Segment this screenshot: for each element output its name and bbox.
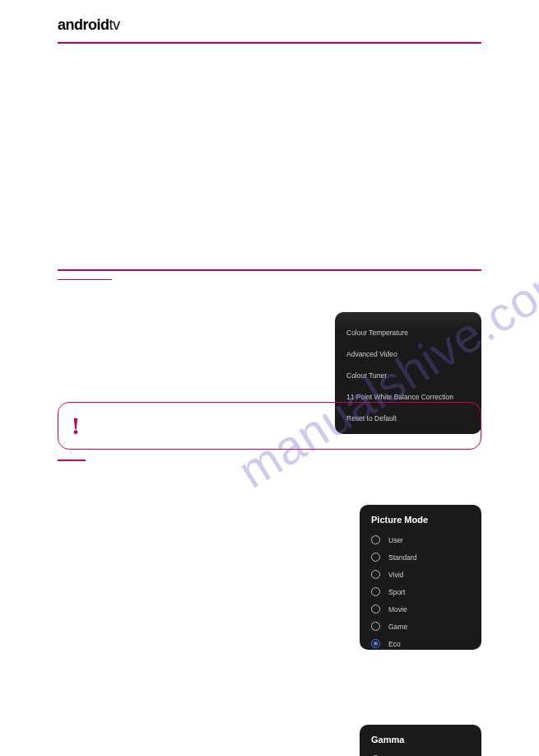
section-rule	[58, 269, 481, 271]
radio-option[interactable]: Eco	[371, 635, 470, 652]
radio-icon	[371, 535, 380, 544]
brand-bold: android	[58, 16, 109, 33]
warning-icon: !	[72, 412, 80, 440]
section-underline	[58, 279, 112, 281]
content-area: Colour Temperature Advanced Video Colour…	[0, 269, 539, 461]
callout-box: !	[58, 402, 481, 450]
radio-icon	[371, 570, 380, 579]
radio-icon	[371, 553, 380, 562]
radio-option[interactable]: Vivid	[371, 566, 470, 583]
brand-light: tv	[109, 16, 120, 33]
radio-label: Standard	[388, 553, 417, 562]
radio-option[interactable]: Sport	[371, 583, 470, 600]
gamma-panel: Gamma Dark Middle Bright	[360, 725, 481, 756]
radio-label: User	[388, 536, 403, 544]
page-header: androidtv	[0, 0, 539, 39]
radio-label: Vivid	[388, 571, 403, 579]
radio-label: Movie	[388, 605, 407, 614]
radio-option[interactable]: User	[371, 531, 470, 548]
radio-label: Game	[388, 623, 407, 631]
menu-item[interactable]: Colour Temperature	[346, 322, 470, 343]
radio-label: Eco	[388, 640, 401, 648]
radio-option[interactable]: Movie	[371, 600, 470, 618]
radio-option[interactable]: Game	[371, 618, 470, 635]
radio-icon	[371, 639, 380, 648]
brand-logo: androidtv	[58, 16, 481, 34]
radio-icon	[371, 622, 380, 631]
panel-title: Picture Mode	[371, 515, 470, 525]
picture-mode-panel: Picture Mode User Standard Vivid Sport M…	[360, 505, 481, 650]
radio-icon	[371, 587, 380, 596]
radio-icon	[371, 604, 380, 614]
menu-item[interactable]: Advanced Video	[346, 343, 470, 365]
radio-label: Sport	[388, 588, 405, 596]
header-rule	[58, 42, 481, 44]
panel-title: Gamma	[371, 735, 470, 744]
menu-item[interactable]: Colour Tuner	[346, 365, 470, 386]
section-underline-small	[58, 460, 86, 461]
radio-option[interactable]: Dark	[371, 751, 470, 756]
radio-option[interactable]: Standard	[371, 548, 470, 566]
